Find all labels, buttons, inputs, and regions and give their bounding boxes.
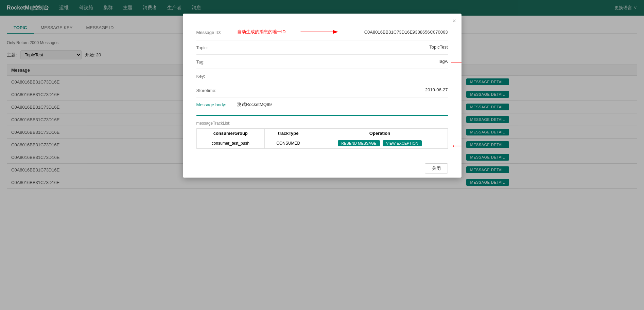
teal-divider (196, 115, 448, 116)
tracklist-operations: RESEND MESSAGE VIEW EXCEPTION (312, 138, 448, 149)
storetime-field-value: 2019-06-27 (237, 87, 448, 92)
message-body-field-value: 测试RocketMQ99 (237, 102, 448, 108)
message-id-value: C0A8016BB31C73D16E9388656C070063 (353, 30, 448, 35)
tracklist-track-type: CONSUMED (264, 138, 312, 149)
tracklist-col-consumer-group: consumerGroup (196, 129, 264, 138)
message-body-field-label: Message body: (196, 102, 237, 107)
annotation-area: 自动生成的消息的唯一ID (237, 28, 353, 36)
topic-field-label: Topic: (196, 44, 237, 50)
view-exception-button[interactable]: VIEW EXCEPTION (383, 140, 422, 146)
consumer-annotation: 消费者的详情 (453, 142, 462, 150)
message-id-label: Message ID: (196, 29, 237, 35)
field-row-storetime: Storetime: 2019-06-27 (196, 83, 448, 97)
topic-field-value: TopicTest (237, 44, 448, 50)
modal-footer: 关闭 (183, 159, 462, 178)
tracklist-container: consumerGroup trackType Operation consum… (196, 128, 448, 149)
tracklist-row: consumer_test_push CONSUMED RESEND MESSA… (196, 138, 448, 149)
modal-body: Message ID: 自动生成的消息的唯一ID C0A8016BB31C73D… (183, 14, 462, 159)
annotation-text-id: 自动生成的消息的唯一ID (237, 29, 286, 35)
modal-footer-close-button[interactable]: 关闭 (425, 163, 448, 174)
tracklist-col-track-type: trackType (264, 129, 312, 138)
tracklist-consumer-group: consumer_test_push (196, 138, 264, 149)
modal-overlay: × Message ID: 自动生成的消息的唯一ID (0, 0, 644, 310)
tag-field-value: TagA (237, 59, 448, 64)
red-arrow-tag (451, 58, 462, 66)
field-row-topic: Topic: TopicTest (196, 40, 448, 55)
tracklist-col-operation: Operation (312, 129, 448, 138)
field-row-tag: Tag: TagA (196, 55, 448, 69)
field-row-key: Key: (196, 69, 448, 83)
tag-field-label: Tag: (196, 59, 237, 65)
resend-message-button[interactable]: RESEND MESSAGE (338, 140, 380, 146)
storetime-field-label: Storetime: (196, 87, 237, 93)
key-field-label: Key: (196, 73, 237, 79)
red-arrow-consumer (453, 142, 462, 150)
field-row-message-body: Message body: 测试RocketMQ99 (196, 97, 448, 112)
tracklist-table: consumerGroup trackType Operation consum… (196, 128, 448, 149)
modal-close-button[interactable]: × (452, 18, 456, 24)
tracklist-section-label: messageTrackList: (196, 121, 448, 126)
message-detail-modal: × Message ID: 自动生成的消息的唯一ID (183, 14, 462, 178)
red-arrow-id (289, 28, 353, 36)
field-row-message-id: Message ID: 自动生成的消息的唯一ID C0A8016BB31C73D… (196, 24, 448, 40)
